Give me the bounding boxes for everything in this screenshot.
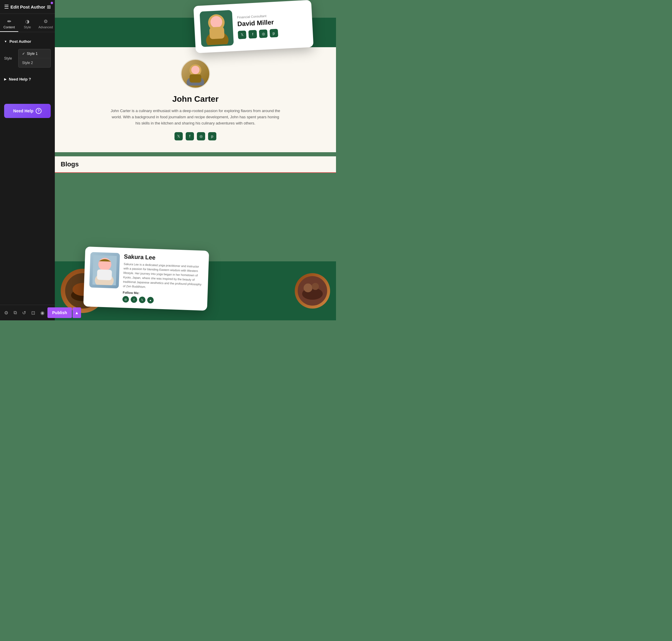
john-bio: John Carter is a culinary enthusiast wit…	[110, 108, 281, 126]
style-option-1[interactable]: ✓ Style 1	[18, 49, 51, 58]
main-content: Financial Consultant David Miller 𝕏 f ◎ …	[55, 0, 336, 320]
need-help-label: Need Help	[13, 109, 33, 113]
blogs-title: Blogs	[61, 161, 79, 168]
john-facebook-icon[interactable]: f	[186, 132, 194, 140]
expand-button[interactable]: ▲	[72, 308, 81, 318]
question-circle-icon: ?	[36, 108, 42, 114]
tab-style[interactable]: ◑ Style	[18, 16, 37, 32]
john-name: John Carter	[61, 94, 330, 104]
david-photo	[199, 10, 234, 47]
tab-advanced-label: Advanced	[39, 25, 53, 29]
need-help-section-header[interactable]: ▶ Need Help ?	[0, 74, 55, 84]
style-label: Style	[4, 56, 16, 60]
food-image-right	[295, 273, 330, 309]
sakura-instagram-icon[interactable]: ◎	[122, 296, 129, 303]
sidebar-tabs: ✏ Content ◑ Style ⚙ Advanced	[0, 14, 55, 32]
undo-icon[interactable]: ↺	[20, 308, 28, 318]
style-row: Style ✓ Style 1 Style 2	[0, 46, 55, 70]
post-author-label: Post Author	[10, 39, 31, 44]
tab-advanced[interactable]: ⚙ Advanced	[37, 16, 55, 32]
settings-icon[interactable]: ⚙	[2, 308, 11, 318]
layers-icon[interactable]: ⧉	[11, 308, 19, 318]
sidebar-header: ☰ Edit Post Author ⊞	[0, 0, 55, 14]
john-photo	[181, 59, 210, 88]
david-pinterest-icon[interactable]: 𝕡	[270, 29, 278, 38]
david-instagram-icon[interactable]: ◎	[259, 29, 268, 38]
david-social-icons: 𝕏 f ◎ 𝕡	[238, 27, 307, 39]
sidebar-title: Edit Post Author	[11, 4, 45, 10]
grid-icon[interactable]: ⊞	[47, 4, 51, 10]
arrow-down-icon: ▼	[4, 40, 7, 43]
tab-style-label: Style	[24, 25, 31, 29]
style-dropdown[interactable]: ✓ Style 1 Style 2	[18, 49, 51, 68]
svg-point-5	[191, 66, 199, 74]
halfcircle-icon: ◑	[25, 18, 29, 24]
john-carter-card: John Carter John Carter is a culinary en…	[55, 47, 336, 152]
follow-label: Follow Me:	[123, 290, 202, 297]
style-option-2[interactable]: Style 2	[18, 58, 51, 67]
hamburger-icon[interactable]: ☰	[4, 3, 9, 10]
check-icon: ✓	[22, 52, 25, 56]
svg-point-15	[312, 283, 319, 290]
eye-icon[interactable]: ◉	[38, 308, 47, 318]
svg-point-14	[304, 284, 312, 292]
pencil-icon: ✏	[8, 18, 11, 24]
sakura-photo	[89, 252, 120, 288]
sakura-social-icons: ◎ f 𝕏 ●	[122, 296, 202, 305]
david-facebook-icon[interactable]: f	[249, 30, 257, 38]
sakura-name: Sakura Lee	[124, 253, 204, 262]
svg-rect-7	[190, 74, 201, 83]
david-miller-card: Financial Consultant David Miller 𝕏 f ◎ …	[193, 0, 313, 53]
responsive-icon[interactable]: ⊡	[29, 308, 38, 318]
sakura-info: Sakura Lee Sakura Lee is a dedicated yog…	[122, 253, 204, 305]
john-instagram-icon[interactable]: ◎	[197, 132, 205, 140]
sakura-facebook-icon[interactable]: f	[130, 296, 137, 303]
sidebar-content: ▼ Post Author Style ✓ Style 1 Style 2 ▶ …	[0, 32, 55, 305]
post-author-section-header[interactable]: ▼ Post Author	[0, 37, 55, 46]
publish-button[interactable]: Publish	[47, 308, 72, 318]
sakura-lee-card: Sakura Lee Sakura Lee is a dedicated yog…	[83, 247, 209, 311]
arrow-right-icon: ▶	[4, 78, 6, 81]
david-info: Financial Consultant David Miller 𝕏 f ◎ …	[237, 12, 307, 39]
tab-content[interactable]: ✏ Content	[0, 16, 18, 32]
need-help-button[interactable]: Need Help ?	[4, 104, 51, 118]
need-help-section: Need Help ?	[0, 84, 55, 120]
blogs-section-header: Blogs	[55, 156, 336, 173]
sakura-twitter-icon[interactable]: 𝕏	[139, 297, 145, 303]
sakura-other-icon[interactable]: ●	[147, 297, 154, 303]
john-social-icons: 𝕏 f ◎ 𝕡	[61, 132, 330, 140]
gear-tab-icon: ⚙	[44, 18, 48, 24]
sidebar-bottom-toolbar: ⚙ ⧉ ↺ ⊡ ◉ Publish ▲	[0, 305, 55, 320]
svg-rect-3	[209, 27, 225, 39]
sidebar: ☰ Edit Post Author ⊞ ✏ Content ◑ Style ⚙…	[0, 0, 55, 320]
need-help-section-label: Need Help ?	[9, 77, 31, 81]
john-pinterest-icon[interactable]: 𝕡	[208, 132, 216, 140]
tab-content-label: Content	[3, 25, 15, 29]
david-twitter-icon[interactable]: 𝕏	[238, 30, 247, 39]
dot-indicator	[51, 2, 53, 4]
sakura-bio: Sakura Lee is a dedicated yoga practitio…	[123, 262, 204, 291]
svg-rect-19	[97, 269, 112, 280]
john-twitter-icon[interactable]: 𝕏	[174, 132, 183, 140]
